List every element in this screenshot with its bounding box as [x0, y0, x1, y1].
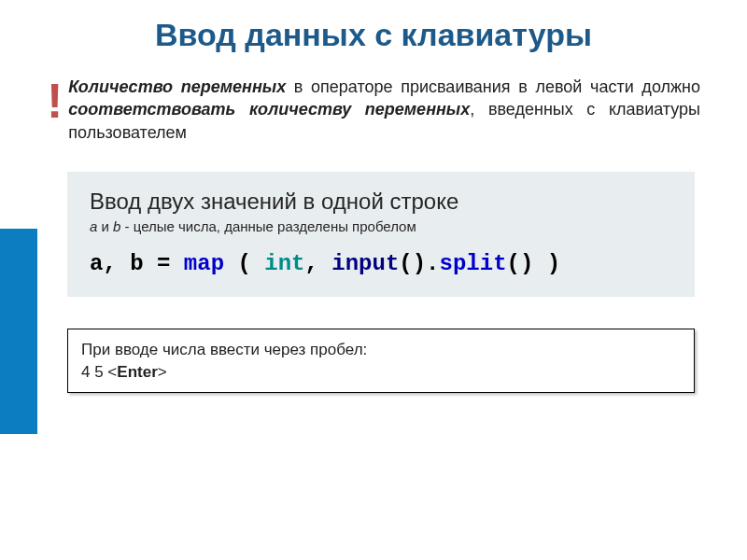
example-title: Ввод двух значений в одной строке — [90, 189, 672, 215]
sub-tail: - целые числа, данные разделены пробелом — [120, 218, 416, 234]
sub-and: и — [97, 218, 113, 234]
note-block: ! Количество переменных в операторе прис… — [0, 76, 747, 144]
code-p1: a, b = — [90, 251, 184, 276]
note-seg1: Количество переменных — [68, 77, 286, 96]
inputexample-prefix: 4 5 < — [81, 363, 117, 381]
note-text: Количество переменных в операторе присва… — [68, 76, 700, 144]
code-split: split — [440, 251, 507, 276]
input-example-box: При вводе числа ввести через пробел: 4 5… — [67, 329, 695, 394]
example-subtitle: a и b - целые числа, данные разделены пр… — [90, 218, 672, 234]
inputexample-suffix: > — [158, 363, 167, 381]
code-input: input — [331, 251, 399, 276]
decorative-stripe — [0, 229, 37, 434]
code-map: map — [184, 251, 224, 276]
code-p7: (). — [399, 251, 439, 276]
code-line: a, b = map ( int, input().split() ) — [90, 251, 672, 276]
code-p3: ( — [224, 251, 264, 276]
note-seg3: соответствовать количеству переменных — [68, 100, 470, 119]
example-box: Ввод двух значений в одной строке a и b … — [67, 172, 695, 297]
code-p9: () ) — [507, 251, 561, 276]
inputexample-key: Enter — [117, 363, 157, 381]
code-p5: , — [304, 251, 331, 276]
note-seg2: в операторе присваивания в левой части д… — [286, 77, 700, 96]
exclamation-icon: ! — [47, 79, 63, 123]
code-int: int — [264, 251, 304, 276]
inputexample-line2: 4 5 <Enter> — [81, 361, 681, 384]
inputexample-line1: При вводе числа ввести через пробел: — [81, 339, 681, 361]
slide-title: Ввод данных с клавиатуры — [0, 0, 747, 76]
